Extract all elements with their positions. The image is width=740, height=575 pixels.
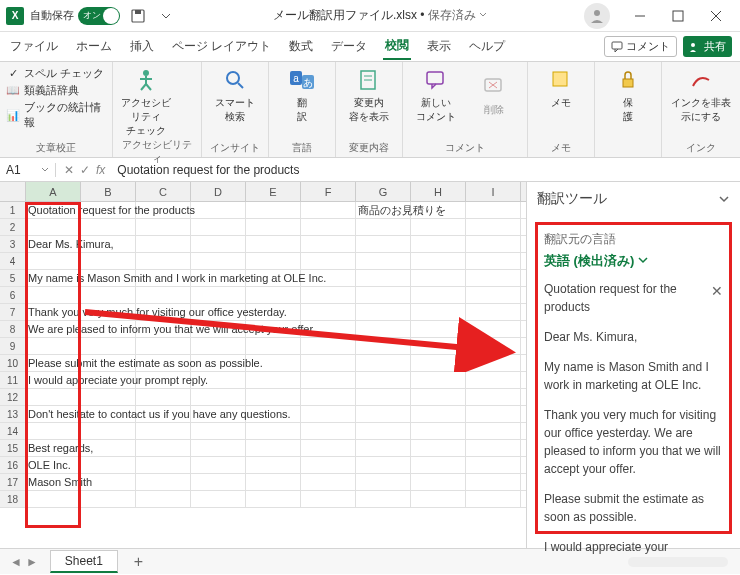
- row-header[interactable]: 7: [0, 304, 26, 320]
- cell[interactable]: [191, 423, 246, 439]
- cell[interactable]: [26, 389, 81, 405]
- table-row[interactable]: 12: [0, 389, 526, 406]
- cell[interactable]: [356, 474, 411, 490]
- cell[interactable]: [136, 236, 191, 252]
- cell[interactable]: [411, 355, 466, 371]
- fx-icon[interactable]: fx: [96, 163, 105, 177]
- cell[interactable]: [191, 457, 246, 473]
- cell[interactable]: [466, 457, 521, 473]
- cell[interactable]: Please submit the estimate as soon as po…: [26, 355, 81, 371]
- cell[interactable]: [466, 236, 521, 252]
- close-button[interactable]: [698, 2, 734, 30]
- comments-button[interactable]: コメント: [604, 36, 677, 57]
- minimize-button[interactable]: [622, 2, 658, 30]
- cell[interactable]: [26, 338, 81, 354]
- cell[interactable]: My name is Mason Smith and I work in mar…: [26, 270, 81, 286]
- cell[interactable]: [246, 491, 301, 507]
- cell[interactable]: [191, 253, 246, 269]
- row-header[interactable]: 10: [0, 355, 26, 371]
- select-all-corner[interactable]: [0, 182, 26, 201]
- column-header-C[interactable]: C: [136, 182, 191, 201]
- table-row[interactable]: 9: [0, 338, 526, 355]
- cell[interactable]: [136, 474, 191, 490]
- pane-collapse-icon[interactable]: [718, 193, 730, 205]
- cell[interactable]: [356, 219, 411, 235]
- row-header[interactable]: 2: [0, 219, 26, 235]
- cell[interactable]: [411, 474, 466, 490]
- cell[interactable]: [411, 457, 466, 473]
- cell[interactable]: [466, 304, 521, 320]
- cell[interactable]: [356, 355, 411, 371]
- cell[interactable]: [411, 253, 466, 269]
- cell[interactable]: [301, 491, 356, 507]
- cell[interactable]: [26, 491, 81, 507]
- accessibility-check-button[interactable]: アクセシビリティ チェック: [119, 66, 173, 138]
- cell[interactable]: [411, 423, 466, 439]
- cell[interactable]: [301, 440, 356, 456]
- column-header-A[interactable]: A: [26, 182, 81, 201]
- cell[interactable]: [466, 372, 521, 388]
- thesaurus-button[interactable]: 📖類義語辞典: [6, 83, 106, 98]
- table-row[interactable]: 18: [0, 491, 526, 508]
- row-header[interactable]: 12: [0, 389, 26, 405]
- name-box[interactable]: A1: [0, 163, 56, 177]
- tab-data[interactable]: データ: [329, 34, 369, 59]
- cell[interactable]: [26, 423, 81, 439]
- cell[interactable]: [411, 236, 466, 252]
- cell[interactable]: [191, 236, 246, 252]
- cell[interactable]: [81, 338, 136, 354]
- cell[interactable]: [301, 474, 356, 490]
- protect-button[interactable]: 保 護: [601, 66, 655, 124]
- cell[interactable]: [411, 491, 466, 507]
- cell[interactable]: [246, 423, 301, 439]
- cell[interactable]: [466, 321, 521, 337]
- cell[interactable]: [356, 423, 411, 439]
- cell[interactable]: [356, 406, 411, 422]
- cell[interactable]: [356, 321, 411, 337]
- cell[interactable]: [246, 202, 301, 218]
- row-header[interactable]: 15: [0, 440, 26, 456]
- maximize-button[interactable]: [660, 2, 696, 30]
- cell[interactable]: [466, 219, 521, 235]
- cell[interactable]: [411, 406, 466, 422]
- save-icon[interactable]: [128, 6, 148, 26]
- spreadsheet-grid[interactable]: ABCDEFGHI 1Quotation request for the pro…: [0, 182, 526, 548]
- table-row[interactable]: 6: [0, 287, 526, 304]
- cell[interactable]: [466, 474, 521, 490]
- column-header-H[interactable]: H: [411, 182, 466, 201]
- cell[interactable]: Dear Ms. Kimura,: [26, 236, 81, 252]
- cell[interactable]: [81, 389, 136, 405]
- cell[interactable]: OLE Inc.: [26, 457, 81, 473]
- table-row[interactable]: 3Dear Ms. Kimura,: [0, 236, 526, 253]
- cell[interactable]: [356, 491, 411, 507]
- table-row[interactable]: 14: [0, 423, 526, 440]
- cell[interactable]: 商品のお見積りを: [356, 202, 411, 218]
- clear-icon[interactable]: ✕: [711, 283, 723, 299]
- cell[interactable]: [191, 219, 246, 235]
- cell[interactable]: [246, 389, 301, 405]
- row-header[interactable]: 13: [0, 406, 26, 422]
- cell[interactable]: [411, 219, 466, 235]
- cell[interactable]: [246, 372, 301, 388]
- cell[interactable]: [301, 287, 356, 303]
- avatar[interactable]: [584, 3, 610, 29]
- cell[interactable]: [191, 202, 246, 218]
- cell[interactable]: [356, 270, 411, 286]
- tab-formulas[interactable]: 数式: [287, 34, 315, 59]
- table-row[interactable]: 1Quotation request for the products商品のお見…: [0, 202, 526, 219]
- sheet-tab-sheet1[interactable]: Sheet1: [50, 550, 118, 573]
- cell[interactable]: [466, 389, 521, 405]
- cell[interactable]: [466, 491, 521, 507]
- cell[interactable]: [301, 355, 356, 371]
- cell[interactable]: [356, 253, 411, 269]
- cell[interactable]: [411, 270, 466, 286]
- cell[interactable]: [136, 491, 191, 507]
- cell[interactable]: [191, 389, 246, 405]
- cell[interactable]: [246, 474, 301, 490]
- sheet-nav-prev-icon[interactable]: ◄: [10, 555, 22, 569]
- cell[interactable]: [356, 389, 411, 405]
- cell[interactable]: [301, 236, 356, 252]
- row-header[interactable]: 18: [0, 491, 26, 507]
- tab-insert[interactable]: 挿入: [128, 34, 156, 59]
- row-header[interactable]: 5: [0, 270, 26, 286]
